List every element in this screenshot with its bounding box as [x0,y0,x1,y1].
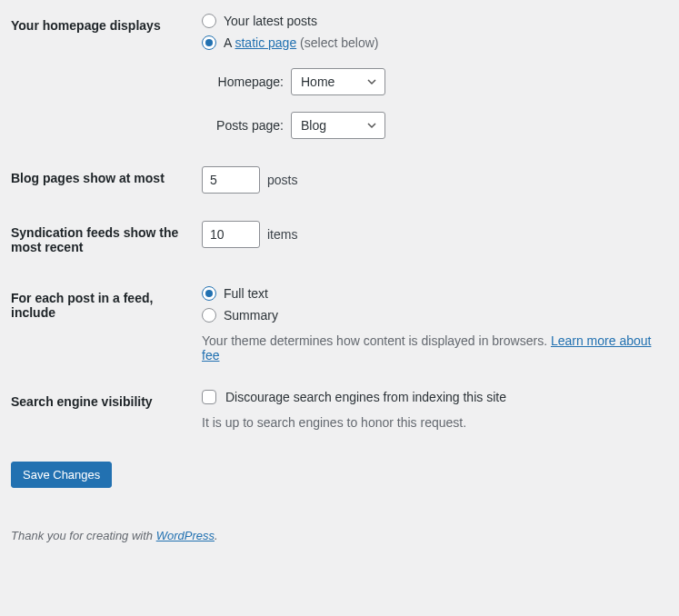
syndication-input[interactable] [202,221,260,248]
homepage-displays-label: Your homepage displays [11,0,193,153]
radio-static-page-label[interactable]: A static page (select below) [224,35,378,50]
syndication-suffix: items [267,227,297,242]
search-visibility-checkbox[interactable] [202,390,216,404]
radio-static-page[interactable] [202,35,216,50]
radio-summary[interactable] [202,308,216,323]
homepage-select-label: Homepage: [202,75,284,89]
static-prefix-text: A [224,35,235,50]
static-page-link[interactable]: static page [235,35,296,50]
footer: Thank you for creating with WordPress. [11,506,661,556]
feed-include-description: Your theme determines how content is dis… [202,333,652,363]
blog-pages-suffix: posts [267,173,297,187]
syndication-label: Syndication feeds show the most recent [11,207,193,273]
footer-prefix: Thank you for creating with [11,529,156,542]
homepage-displays-group: Your latest posts A static page (select … [202,14,652,50]
static-page-subfields: Homepage: Home Posts page: Blog [202,68,652,139]
footer-suffix: . [215,529,218,542]
posts-page-select-label: Posts page: [202,118,284,133]
blog-pages-input[interactable] [202,166,260,194]
footer-wordpress-link[interactable]: WordPress [156,529,215,542]
feed-desc-prefix: Your theme determines how content is dis… [202,333,551,348]
radio-full-text-label[interactable]: Full text [224,286,268,301]
search-visibility-checkbox-label[interactable]: Discourage search engines from indexing … [225,390,506,404]
radio-summary-label[interactable]: Summary [224,308,278,323]
search-visibility-label: Search engine visibility [11,376,193,443]
save-changes-button[interactable]: Save Changes [11,462,112,488]
radio-latest-posts-label[interactable]: Your latest posts [224,14,317,28]
homepage-select[interactable]: Home [291,68,385,95]
blog-pages-label: Blog pages show at most [11,153,193,207]
feed-include-group: Full text Summary [202,286,652,323]
radio-full-text[interactable] [202,286,216,301]
settings-form-table: Your homepage displays Your latest posts… [11,0,661,443]
radio-latest-posts[interactable] [202,14,216,28]
feed-include-label: For each post in a feed, include [11,273,193,376]
search-visibility-description: It is up to search engines to honor this… [202,415,652,430]
posts-page-select[interactable]: Blog [291,112,385,139]
static-suffix-text: (select below) [296,35,378,50]
submit-row: Save Changes [11,443,661,506]
